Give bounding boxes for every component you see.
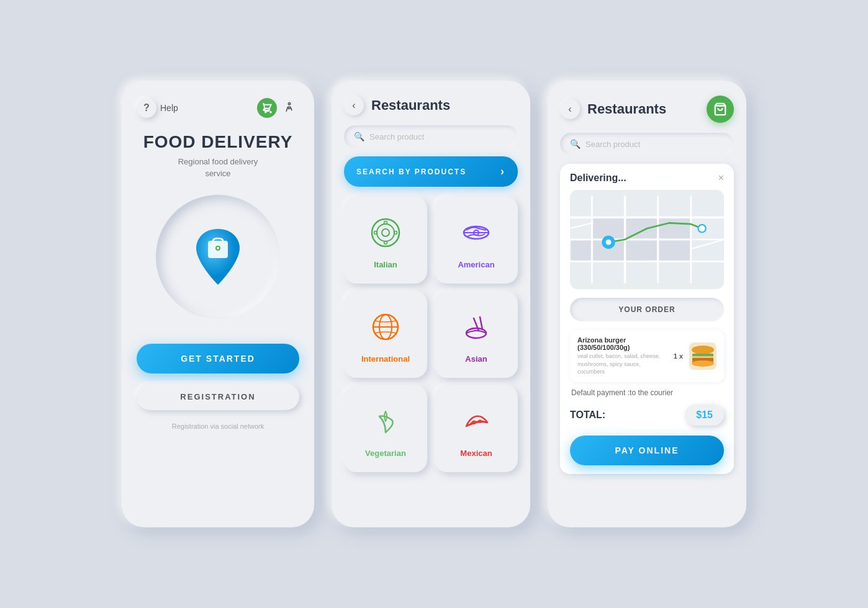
screen2-header: ‹ Restaurants <box>344 96 518 115</box>
asian-icon <box>460 311 492 348</box>
screen3-search-icon: 🔍 <box>570 139 581 149</box>
category-asian[interactable]: Asian <box>435 291 518 378</box>
screen-landing: ? Help FOOD DELIVERY Region <box>122 81 314 527</box>
hero-circle <box>156 195 280 319</box>
svg-point-19 <box>466 328 486 338</box>
american-label: American <box>458 260 494 269</box>
delivering-card: Delivering... × <box>560 164 734 474</box>
order-item-quantity: 1 x <box>674 352 683 360</box>
search-products-button[interactable]: SEARCH BY PRODUCTS › <box>344 156 518 187</box>
screens-container: ? Help FOOD DELIVERY Region <box>97 43 771 565</box>
order-item-details: Arizona burger (330/50/100/30g) veal cut… <box>577 336 667 376</box>
top-bar: ? Help <box>137 98 299 118</box>
svg-rect-42 <box>571 241 591 261</box>
category-italian[interactable]: Italian <box>344 197 427 284</box>
svg-point-2 <box>288 103 290 105</box>
delivery-status-icon[interactable] <box>257 98 277 118</box>
italian-label: Italian <box>374 260 397 269</box>
vegetarian-label: Vegetarian <box>365 449 406 458</box>
search-icon: 🔍 <box>354 132 364 141</box>
svg-rect-36 <box>593 218 624 238</box>
top-icons <box>257 98 299 118</box>
order-item-description: veal cutlet, bacon, salad, cheese, mushr… <box>577 352 667 376</box>
svg-point-0 <box>265 112 266 113</box>
your-order-label: YOUR ORDER <box>618 305 675 314</box>
svg-point-44 <box>606 239 612 245</box>
help-question-button[interactable]: ? <box>137 98 156 118</box>
svg-point-8 <box>382 229 389 236</box>
svg-rect-41 <box>659 241 690 261</box>
payment-method-text: Default payment :to the courier <box>570 388 724 397</box>
help-label: Help <box>160 103 257 113</box>
svg-point-11 <box>374 231 377 234</box>
order-item-image <box>689 342 717 370</box>
svg-point-45 <box>698 225 705 232</box>
screen-restaurants: ‹ Restaurants 🔍 Search product SEARCH BY… <box>332 81 530 527</box>
svg-point-52 <box>692 360 714 367</box>
total-label: TOTAL: <box>570 409 605 421</box>
american-icon <box>460 217 492 254</box>
app-title: FOOD DELIVERY <box>143 133 293 152</box>
svg-rect-40 <box>626 241 657 261</box>
search-products-label: SEARCH BY PRODUCTS <box>356 168 466 176</box>
svg-line-21 <box>480 317 482 329</box>
svg-rect-38 <box>659 218 690 238</box>
svg-point-7 <box>377 224 394 241</box>
delivering-title: Delivering... <box>570 172 626 184</box>
svg-point-10 <box>384 241 387 244</box>
map-pin-icon <box>193 226 243 288</box>
order-item: Arizona burger (330/50/100/30g) veal cut… <box>570 330 724 382</box>
screen3-search-bar[interactable]: 🔍 Search product <box>560 133 734 155</box>
category-mexican[interactable]: Mexican <box>435 385 518 472</box>
pay-online-button[interactable]: PAY ONLINE <box>570 436 724 465</box>
svg-rect-37 <box>626 218 657 238</box>
svg-point-9 <box>384 221 387 224</box>
screen3-search-placeholder: Search product <box>585 140 640 149</box>
search-arrow-icon: › <box>500 165 505 178</box>
international-icon <box>369 311 402 348</box>
your-order-section: YOUR ORDER <box>570 298 724 321</box>
categories-grid: Italian American <box>344 197 518 472</box>
svg-point-5 <box>217 247 219 249</box>
screen3-header: ‹ Restaurants <box>560 96 734 123</box>
category-american[interactable]: American <box>435 197 518 284</box>
svg-point-12 <box>394 231 397 234</box>
screen2-title: Restaurants <box>371 97 450 114</box>
close-button[interactable]: × <box>718 172 724 184</box>
svg-point-47 <box>692 346 714 354</box>
category-vegetarian[interactable]: Vegetarian <box>344 385 427 472</box>
search-bar[interactable]: 🔍 Search product <box>344 125 518 148</box>
asian-label: Asian <box>465 354 487 364</box>
total-amount: $15 <box>685 405 724 426</box>
category-international[interactable]: International <box>344 291 427 378</box>
delivering-header: Delivering... × <box>570 172 724 184</box>
mexican-icon <box>460 405 492 442</box>
screen3-title: Restaurants <box>587 101 666 117</box>
burger-icon <box>690 345 715 367</box>
get-started-button[interactable]: GET STARTED <box>137 344 299 373</box>
registration-button[interactable]: REGISTRATION <box>137 383 299 410</box>
app-subtitle: Regional food delivery service <box>178 156 258 180</box>
order-item-name: Arizona burger (330/50/100/30g) <box>577 336 667 351</box>
walk-icon <box>279 98 299 118</box>
map-svg <box>570 190 724 289</box>
international-label: International <box>361 354 410 364</box>
screen3-back-button[interactable]: ‹ <box>560 99 580 119</box>
mexican-label: Mexican <box>460 449 492 458</box>
svg-point-6 <box>372 219 399 246</box>
screen-order: ‹ Restaurants 🔍 Search product Deliverin… <box>548 81 746 527</box>
cart-button[interactable] <box>707 96 734 123</box>
italian-icon <box>369 217 402 254</box>
vegetarian-icon <box>369 405 402 442</box>
svg-point-1 <box>270 112 271 113</box>
back-button[interactable]: ‹ <box>344 96 364 115</box>
social-login-text: Registration via social network <box>172 422 264 430</box>
search-input-placeholder: Search product <box>369 132 424 141</box>
total-row: TOTAL: $15 <box>570 405 724 426</box>
map-view <box>570 190 724 289</box>
